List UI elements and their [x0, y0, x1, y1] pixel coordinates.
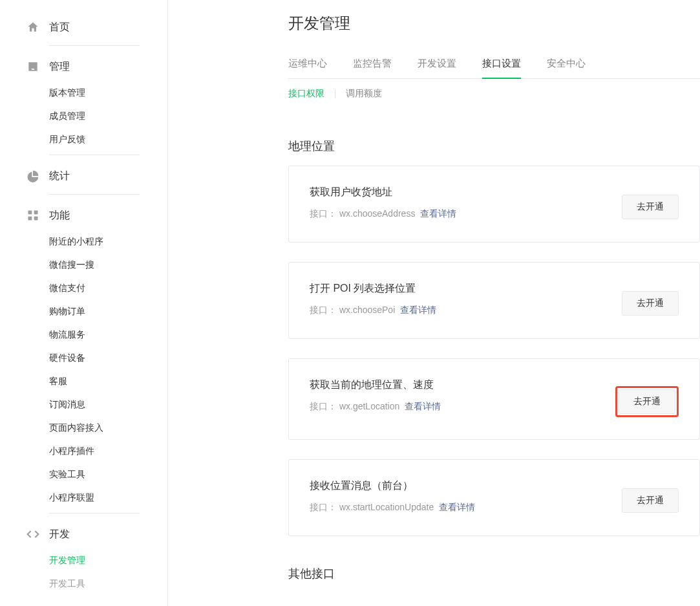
api-card: 获取当前的地理位置、速度 接口： wx.getLocation 查看详情 去开通 [288, 358, 700, 440]
desc-prefix: 接口： [310, 401, 337, 411]
sidebar-sub-feedback[interactable]: 用户反馈 [49, 127, 167, 151]
divider [335, 89, 335, 98]
sidebar-sub-nearby[interactable]: 附近的小程序 [49, 230, 167, 253]
subtabs: 接口权限 调用额度 [288, 79, 700, 109]
sidebar-sub-union[interactable]: 小程序联盟 [49, 486, 167, 509]
svg-rect-2 [28, 217, 32, 221]
api-name: wx.chooseAddress [339, 208, 416, 219]
sidebar-sub-devtools[interactable]: 开发工具 [49, 572, 167, 595]
grid-icon [26, 208, 40, 222]
divider [49, 194, 140, 195]
enable-button[interactable]: 去开通 [622, 195, 679, 219]
sidebar-sub-logistics[interactable]: 物流服务 [49, 323, 167, 346]
sidebar-sub-shopping[interactable]: 购物订单 [49, 299, 167, 323]
code-icon [26, 527, 40, 541]
card-title: 获取当前的地理位置、速度 [310, 378, 615, 392]
enable-button[interactable]: 去开通 [622, 291, 679, 316]
sidebar-label-stats: 统计 [49, 169, 70, 183]
sidebar-sub-pay[interactable]: 微信支付 [49, 276, 167, 299]
inbox-icon [26, 60, 40, 74]
tabs: 运维中心 监控告警 开发设置 接口设置 安全中心 [288, 49, 700, 79]
tab-monitor[interactable]: 监控告警 [353, 50, 392, 79]
sidebar-sub-plugin[interactable]: 小程序插件 [49, 439, 167, 462]
api-card: 打开 POI 列表选择位置 接口： wx.choosePoi 查看详情 去开通 [288, 262, 700, 339]
view-details-link[interactable]: 查看详情 [420, 208, 456, 219]
sidebar-sub-service[interactable]: 客服 [49, 369, 167, 393]
sidebar-item-stats[interactable]: 统计 [26, 162, 167, 190]
api-name: wx.getLocation [339, 401, 399, 411]
highlight-annotation: 去开通 [615, 386, 679, 417]
sidebar-label-manage: 管理 [49, 60, 70, 74]
view-details-link[interactable]: 查看详情 [439, 502, 475, 512]
divider [49, 513, 140, 514]
desc-prefix: 接口： [310, 305, 337, 315]
sidebar-sub-hardware[interactable]: 硬件设备 [49, 346, 167, 369]
sidebar-label-features: 功能 [49, 209, 70, 222]
sidebar-item-home[interactable]: 首页 [26, 13, 167, 41]
sidebar-item-manage[interactable]: 管理 [26, 52, 167, 81]
subtab-quota[interactable]: 调用额度 [346, 88, 392, 100]
svg-rect-3 [34, 217, 38, 221]
sidebar-label-dev: 开发 [49, 528, 70, 541]
tab-apisettings[interactable]: 接口设置 [482, 50, 521, 79]
sidebar-sub-pagecontent[interactable]: 页面内容接入 [49, 416, 167, 439]
subtab-permission[interactable]: 接口权限 [288, 88, 335, 100]
page-title: 开发管理 [288, 13, 700, 34]
tab-devsettings[interactable]: 开发设置 [418, 50, 456, 79]
sidebar-item-dev[interactable]: 开发 [26, 520, 167, 548]
sidebar-sub-devmanage[interactable]: 开发管理 [49, 548, 167, 572]
sidebar-sub-search[interactable]: 微信搜一搜 [49, 253, 167, 276]
card-title: 打开 POI 列表选择位置 [310, 282, 622, 296]
api-name: wx.choosePoi [339, 305, 395, 315]
card-desc: 接口： wx.getLocation 查看详情 [310, 401, 615, 413]
sidebar-sub-members[interactable]: 成员管理 [49, 104, 167, 127]
card-title: 接收位置消息（前台） [310, 479, 622, 493]
desc-prefix: 接口： [310, 502, 337, 512]
sidebar-sub-experiment[interactable]: 实验工具 [49, 462, 167, 486]
api-card: 获取用户收货地址 接口： wx.chooseAddress 查看详情 去开通 [288, 166, 700, 243]
section-title-other: 其他接口 [288, 566, 700, 581]
sidebar-sub-subscribe[interactable]: 订阅消息 [49, 393, 167, 416]
api-name: wx.startLocationUpdate [339, 502, 434, 512]
tab-ops[interactable]: 运维中心 [288, 50, 327, 79]
sidebar-sub-version[interactable]: 版本管理 [49, 81, 167, 104]
view-details-link[interactable]: 查看详情 [405, 401, 441, 411]
home-icon [26, 20, 40, 34]
card-desc: 接口： wx.chooseAddress 查看详情 [310, 208, 622, 220]
sidebar: 首页 管理 版本管理 成员管理 用户反馈 统计 [0, 0, 168, 606]
tab-security[interactable]: 安全中心 [547, 50, 586, 79]
enable-button[interactable]: 去开通 [619, 389, 675, 414]
enable-button[interactable]: 去开通 [622, 488, 679, 513]
sidebar-item-features[interactable]: 功能 [26, 201, 167, 230]
main-content: 开发管理 运维中心 监控告警 开发设置 接口设置 安全中心 接口权限 调用额度 … [168, 0, 700, 606]
svg-rect-1 [34, 211, 38, 215]
divider [49, 45, 140, 46]
api-card: 接收位置消息（前台） 接口： wx.startLocationUpdate 查看… [288, 459, 700, 536]
card-desc: 接口： wx.startLocationUpdate 查看详情 [310, 502, 622, 514]
card-desc: 接口： wx.choosePoi 查看详情 [310, 305, 622, 316]
section-title-location: 地理位置 [288, 138, 700, 154]
pie-chart-icon [26, 169, 40, 183]
view-details-link[interactable]: 查看详情 [400, 305, 436, 315]
svg-rect-0 [28, 211, 32, 215]
sidebar-label-home: 首页 [49, 21, 70, 34]
divider [49, 155, 140, 155]
card-title: 获取用户收货地址 [310, 186, 622, 199]
desc-prefix: 接口： [310, 208, 337, 219]
